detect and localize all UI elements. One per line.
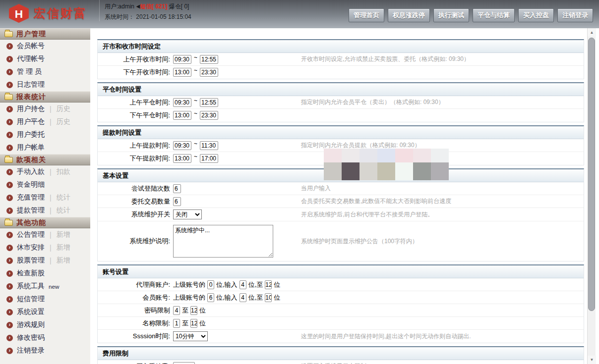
afternoon-withdrawal-to-input[interactable]	[200, 154, 218, 163]
sidebar-item-market-closure[interactable]: › 休市安排 | 新增	[0, 241, 90, 254]
name-max-input[interactable]	[190, 319, 197, 328]
sidebar-item-system-settings[interactable]: › 系统设置	[0, 306, 90, 318]
morning-market-from-input[interactable]	[173, 55, 191, 64]
mosaic-block	[324, 149, 342, 162]
row-session-time: Ssssion时间: 10分钟 这里的时间是用户登陆保持时间,超出这个时间无动作…	[98, 330, 584, 343]
sidebar-item-member-accounts[interactable]: › 会员帐号	[0, 40, 90, 52]
sidebar-item-user-statements[interactable]: › 用户帐单	[0, 141, 90, 154]
buy-control-button[interactable]: 买入控盘	[518, 8, 554, 22]
arrow-bullet-icon: ›	[6, 69, 13, 75]
arrow-bullet-icon: ›	[6, 56, 13, 62]
afternoon-closeout-to-input[interactable]	[200, 111, 218, 120]
mosaic-block	[342, 149, 359, 162]
field-hint: 开启系统维护后,前台和代理平台不接受用户登陆。	[301, 210, 584, 219]
rights-limit-button[interactable]: 权息涨跌停	[388, 8, 430, 22]
sidebar-link-add[interactable]: 新增	[57, 230, 70, 239]
run-test-button[interactable]: 执行测试	[433, 8, 469, 22]
sidebar-item-stock-management[interactable]: › 股票管理 | 新增	[0, 254, 90, 267]
maintenance-switch-select[interactable]: 关闭	[173, 209, 202, 219]
member-prefix-digits-input[interactable]	[207, 293, 214, 302]
login-attempts-input[interactable]	[173, 184, 181, 193]
sidebar-section-reports: 报表统计	[0, 91, 90, 103]
name-min-input[interactable]	[173, 319, 180, 328]
sidebar-item-administrators[interactable]: › 管 理 员	[0, 65, 90, 78]
sidebar-item-change-password[interactable]: › 修改密码	[0, 331, 90, 344]
sidebar-item-sms-management[interactable]: › 短信管理	[0, 293, 90, 306]
scroll-up-button[interactable]: ▲	[588, 28, 596, 37]
field-label: 买入手续费:	[98, 362, 173, 364]
manage-home-button[interactable]: 管理首页	[349, 8, 384, 22]
row-agent-account-rule: 代理商账户: 上级账号的 位,输入 位,至 位	[98, 278, 584, 291]
sidebar-link-add[interactable]: 新增	[57, 256, 70, 265]
sidebar-item-agent-accounts[interactable]: › 代理帐号	[0, 52, 90, 65]
arrow-bullet-icon: ›	[6, 106, 13, 112]
closeout-settle-button[interactable]: 平仓与结算	[473, 8, 515, 22]
sidebar-item-system-tools[interactable]: › 系统工具new	[0, 280, 90, 293]
sidebar-item-announcement-management[interactable]: › 公告管理 | 新增	[0, 228, 90, 241]
agent-input-digits-input[interactable]	[240, 280, 246, 289]
sidebar-item-manual-deposit[interactable]: › 手动入款 | 扣款	[0, 165, 90, 178]
sidebar-section-user-management: 用户管理	[0, 28, 90, 40]
morning-market-to-input[interactable]	[200, 55, 218, 64]
folder-icon	[4, 94, 13, 100]
svg-text:H: H	[15, 7, 23, 20]
afternoon-market-from-input[interactable]	[173, 68, 191, 77]
morning-withdrawal-from-input[interactable]	[173, 141, 191, 150]
arrow-bullet-icon: ›	[6, 195, 13, 201]
order-quantity-input[interactable]	[173, 197, 181, 206]
afternoon-market-to-input[interactable]	[200, 68, 218, 77]
sidebar-item-user-positions[interactable]: › 用户持仓 | 历史	[0, 103, 90, 115]
sidebar-item-recharge-management[interactable]: › 充值管理 | 统计	[0, 191, 90, 204]
sidebar-link-history[interactable]: 历史	[57, 104, 70, 113]
section-closeout-time: 平仓时间设置 上午平仓时间: ~ 指定时间内允许会员平仓（卖出）（格式例如: 0…	[97, 82, 584, 122]
row-member-account-rule: 会员账号: 上级账号的 位,输入 位,至 位	[98, 291, 584, 304]
row-maintenance-note: 系统维护说明: 系统维护中... 系统维护时页面显示维护公告（100字符内）	[98, 221, 584, 261]
member-input-digits-input[interactable]	[240, 293, 246, 302]
field-label: 下午提款时间:	[98, 154, 173, 163]
logo-icon: H	[9, 4, 29, 23]
password-min-input[interactable]	[173, 306, 180, 315]
section-fee-limits: 费用限制 买入手续费: 设置买入手续费最大限制 卖出手续费: 设置卖出手续费最大…	[97, 346, 584, 364]
session-time-select[interactable]: 10分钟	[173, 331, 208, 341]
section-title: 提款时间设置	[98, 126, 584, 139]
sms-badge[interactable]: 短信[ 621]	[140, 3, 167, 10]
afternoon-withdrawal-from-input[interactable]	[173, 154, 191, 163]
settings-form: 开市和收市时间设定 上午开收市时间: ~ 开收市时间设定,允许或禁止买卖股票、委…	[97, 39, 584, 364]
sidebar-link-add[interactable]: 新增	[57, 243, 70, 252]
scroll-down-button[interactable]: ▼	[588, 356, 596, 364]
sidebar-link-history[interactable]: 历史	[57, 117, 70, 126]
mosaic-block	[342, 162, 359, 180]
row-afternoon-market-time: 下午开收市时间: ~	[98, 66, 584, 79]
sidebar-link-stats[interactable]: 统计	[57, 193, 70, 202]
arrow-bullet-icon: ›	[6, 169, 13, 175]
field-hint: 会员委托买卖交易数量,此数值不能太大否则影响前台速度	[301, 197, 584, 206]
morning-closeout-from-input[interactable]	[173, 98, 191, 107]
vertical-scrollbar[interactable]: ▲ ▼	[587, 28, 596, 364]
sidebar-item-funds-detail[interactable]: › 资金明细	[0, 178, 90, 191]
password-max-input[interactable]	[190, 306, 197, 315]
sidebar-item-game-rules[interactable]: › 游戏规则	[0, 318, 90, 331]
morning-withdrawal-to-input[interactable]	[200, 141, 218, 150]
agent-max-digits-input[interactable]	[265, 280, 272, 289]
sidebar-link-stats[interactable]: 统计	[57, 206, 70, 215]
member-max-digits-input[interactable]	[265, 293, 272, 302]
agent-prefix-digits-input[interactable]	[207, 280, 214, 289]
afternoon-closeout-from-input[interactable]	[173, 111, 191, 120]
sidebar-item-log-management[interactable]: › 日志管理	[0, 78, 90, 91]
speaker-icon: ◀	[136, 3, 140, 9]
sidebar-item-user-orders[interactable]: › 用户委托	[0, 128, 90, 141]
system-time: 系统时间： 2021-01-05 18:15:04	[105, 12, 198, 21]
sidebar-link-deduct[interactable]: 扣款	[57, 167, 70, 176]
mosaic-block	[413, 149, 431, 162]
morning-closeout-to-input[interactable]	[200, 98, 218, 107]
sidebar-item-withdrawal-management[interactable]: › 提款管理 | 统计	[0, 204, 90, 217]
mosaic-block	[359, 162, 377, 180]
scrollbar-thumb[interactable]	[588, 38, 595, 311]
field-label: 上午开收市时间:	[98, 55, 173, 64]
sidebar-item-logout[interactable]: › 注销登录	[0, 344, 90, 357]
buy-fee-input[interactable]	[173, 362, 195, 364]
logout-button[interactable]: 注销登录	[557, 8, 593, 22]
maintenance-note-textarea[interactable]: 系统维护中...	[173, 225, 273, 258]
sidebar-item-check-new-stock[interactable]: › 检查新股	[0, 267, 90, 280]
sidebar-item-user-closeouts[interactable]: › 用户平仓 | 历史	[0, 115, 90, 128]
